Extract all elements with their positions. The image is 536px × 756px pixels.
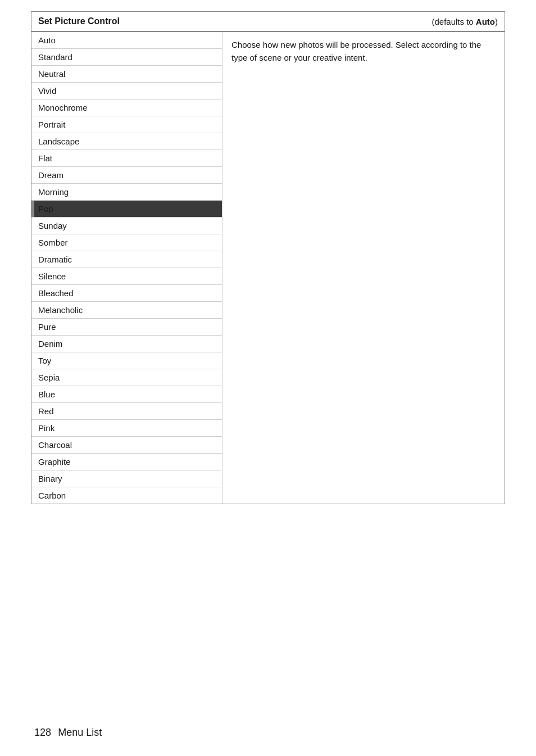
list-item[interactable]: Bleached (31, 285, 222, 302)
list-item[interactable]: Pop (31, 201, 222, 218)
list-item[interactable]: Binary (31, 470, 222, 487)
list-item[interactable]: Graphite (31, 454, 222, 470)
list-item[interactable]: Morning (31, 184, 222, 201)
list-item-label: Somber (38, 238, 68, 247)
list-item[interactable]: Landscape (31, 133, 222, 150)
list-item[interactable]: Flat (31, 150, 222, 167)
page-container: Set Picture Control (defaults to Auto) A… (0, 0, 536, 756)
table-container: Set Picture Control (defaults to Auto) A… (31, 11, 505, 504)
list-item-label: Melancholic (38, 305, 83, 315)
list-item-label: Flat (38, 153, 52, 163)
defaults-value: Auto (476, 17, 495, 26)
list-item[interactable]: Somber (31, 234, 222, 251)
list-item[interactable]: Blue (31, 386, 222, 403)
footer: 128 Menu List (31, 725, 102, 739)
scroll-indicator (31, 201, 34, 217)
list-item-label: Pure (38, 322, 56, 332)
list-item[interactable]: Melancholic (31, 302, 222, 319)
list-item-label: Graphite (38, 457, 71, 467)
list-item[interactable]: Monochrome (31, 99, 222, 116)
list-item[interactable]: Dramatic (31, 251, 222, 268)
list-item-label: Charcoal (38, 440, 72, 450)
list-item[interactable]: Dream (31, 167, 222, 184)
list-item-label: Carbon (38, 491, 66, 500)
list-item-label: Bleached (38, 288, 74, 298)
list-item-label: Sepia (38, 373, 60, 382)
list-item[interactable]: Sepia (31, 369, 222, 386)
list-item-label: Dream (38, 170, 63, 180)
description-text: Choose how new photos will be processed.… (231, 39, 496, 64)
list-item-label: Pop (38, 204, 53, 214)
list-item-label: Silence (38, 271, 66, 281)
list-item[interactable]: Carbon (31, 487, 222, 504)
list-item[interactable]: Auto (31, 32, 222, 49)
list-item-label: Portrait (38, 120, 65, 129)
list-item-label: Standard (38, 52, 72, 62)
list-item-label: Dramatic (38, 255, 72, 264)
list-item-label: Monochrome (38, 103, 88, 112)
list-item-label: Vivid (38, 86, 56, 96)
list-item[interactable]: Charcoal (31, 437, 222, 454)
header-defaults: (defaults to Auto) (431, 17, 498, 26)
header-title: Set Picture Control (38, 16, 120, 26)
list-item[interactable]: Red (31, 403, 222, 420)
main-content: Set Picture Control (defaults to Auto) A… (31, 11, 505, 504)
list-item[interactable]: Toy (31, 352, 222, 369)
header-row: Set Picture Control (defaults to Auto) (31, 12, 505, 32)
page-number: 128 (34, 727, 51, 738)
left-column: AutoStandardNeutralVividMonochromePortra… (31, 32, 222, 504)
list-item-label: Binary (38, 474, 62, 483)
list-container: AutoStandardNeutralVividMonochromePortra… (31, 32, 222, 504)
list-item[interactable]: Portrait (31, 116, 222, 133)
list-item[interactable]: Vivid (31, 83, 222, 99)
list-item-label: Toy (38, 356, 51, 365)
list-item[interactable]: Sunday (31, 218, 222, 234)
list-item[interactable]: Silence (31, 268, 222, 285)
defaults-prefix: defaults to (434, 17, 475, 26)
list-item[interactable]: Neutral (31, 66, 222, 83)
section-label: Menu List (58, 727, 102, 738)
list-item[interactable]: Pure (31, 319, 222, 336)
list-item-label: Sunday (38, 221, 67, 230)
content-area: AutoStandardNeutralVividMonochromePortra… (31, 32, 505, 504)
right-column: Choose how new photos will be processed.… (222, 32, 505, 504)
list-item-label: Denim (38, 339, 62, 348)
list-item[interactable]: Standard (31, 49, 222, 66)
list-item[interactable]: Denim (31, 336, 222, 352)
list-item-label: Blue (38, 390, 55, 399)
list-item[interactable]: Pink (31, 420, 222, 437)
list-item-label: Pink (38, 423, 54, 433)
list-item-label: Red (38, 406, 54, 416)
list-item-label: Neutral (38, 69, 65, 79)
list-item-label: Morning (38, 187, 69, 197)
list-item-label: Landscape (38, 137, 79, 146)
list-item-label: Auto (38, 35, 56, 45)
